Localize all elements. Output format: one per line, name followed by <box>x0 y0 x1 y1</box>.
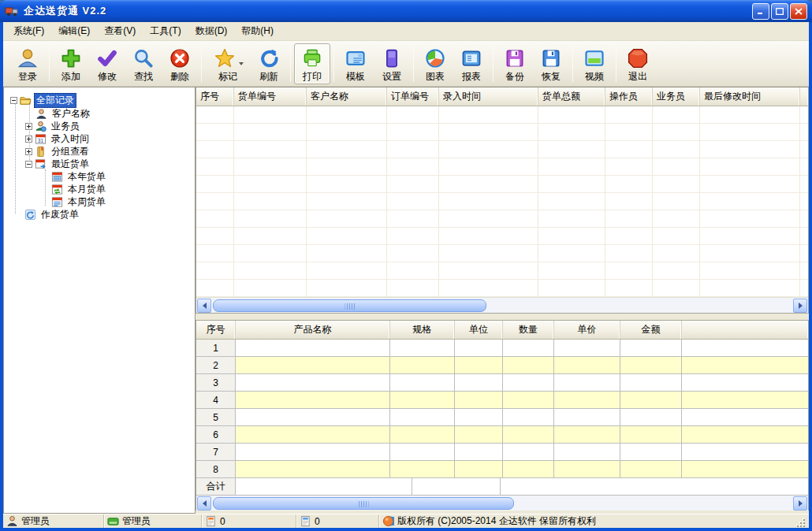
menu-bar: 系统(F) 编辑(E) 查看(V) 工具(T) 数据(D) 帮助(H) <box>3 22 809 41</box>
items-horizontal-scrollbar[interactable] <box>196 496 808 511</box>
toolbar-separator <box>49 46 50 82</box>
status-user-text: 管理员 <box>21 514 50 528</box>
items-col-qty[interactable]: 数量 <box>503 321 554 339</box>
backup-button[interactable]: 备份 <box>497 43 533 84</box>
tree-expand-icon[interactable] <box>25 136 32 143</box>
total-quantity-cell <box>412 478 501 496</box>
add-button[interactable]: 添加 <box>53 43 89 84</box>
template-button[interactable]: 模板 <box>337 43 374 84</box>
orders-col-filler <box>800 87 808 106</box>
item-cell <box>503 426 554 444</box>
menu-data[interactable]: 数据(D) <box>188 22 235 40</box>
resize-grip[interactable] <box>795 517 806 528</box>
modify-check-icon <box>95 46 119 70</box>
items-col-unit[interactable]: 单位 <box>455 321 503 339</box>
refresh-button[interactable]: 刷新 <box>251 43 287 84</box>
scroll-right-arrow[interactable] <box>793 496 807 511</box>
backup-floppy-icon <box>503 46 527 70</box>
row-number-cell: 3 <box>196 374 236 392</box>
tree-expand-icon[interactable] <box>25 123 32 130</box>
orders-col-modified[interactable]: 最后修改时间 <box>700 87 800 106</box>
orders-grid-column <box>439 106 538 297</box>
orders-col-order-no[interactable]: 货单编号 <box>234 87 307 106</box>
print-button[interactable]: 打印 <box>294 43 330 84</box>
year-orders-icon <box>51 171 63 183</box>
scroll-left-arrow[interactable] <box>197 496 211 511</box>
chart-button[interactable]: 图表 <box>417 43 453 84</box>
row-number-cell: 2 <box>196 357 236 374</box>
mark-dropdown-caret[interactable] <box>239 62 244 65</box>
toolbar-label: 删除 <box>170 72 189 82</box>
modify-button[interactable]: 修改 <box>89 43 125 84</box>
status-count1-section: 0 <box>202 514 296 528</box>
login-icon <box>16 46 39 70</box>
menu-help[interactable]: 帮助(H) <box>234 22 281 40</box>
toolbar-label: 刷新 <box>259 72 278 82</box>
items-row: 2 <box>196 357 808 374</box>
close-button[interactable] <box>790 3 807 20</box>
item-cell <box>554 340 620 357</box>
exit-button[interactable]: 退出 <box>620 43 656 84</box>
settings-button[interactable]: 设置 <box>374 43 410 84</box>
menu-edit[interactable]: 编辑(E) <box>51 22 97 40</box>
scrollbar-grip <box>359 501 369 507</box>
minimize-button[interactable] <box>752 3 769 20</box>
row-number-cell: 5 <box>196 409 236 426</box>
items-col-spec[interactable]: 规格 <box>390 321 455 339</box>
orders-col-salesman[interactable]: 业务员 <box>653 87 700 106</box>
toolbar-label: 备份 <box>505 72 524 82</box>
refresh-icon <box>257 46 281 70</box>
items-row: 5 <box>196 409 808 426</box>
content-area: 序号 货单编号 客户名称 订单编号 录入时间 货单总额 操作员 业务员 最后修改… <box>196 87 809 514</box>
items-col-product[interactable]: 产品名称 <box>236 321 390 339</box>
tree-collapse-icon[interactable] <box>10 97 17 104</box>
tree-expand-icon[interactable] <box>25 148 32 155</box>
orders-horizontal-scrollbar[interactable] <box>196 297 808 313</box>
toolbar-label: 打印 <box>303 72 322 82</box>
items-col-seq[interactable]: 序号 <box>196 321 236 339</box>
scrollbar-thumb[interactable] <box>213 299 486 312</box>
item-cell <box>390 461 455 478</box>
item-cell <box>682 409 808 426</box>
mark-star-icon <box>213 46 237 70</box>
orders-col-entry-time[interactable]: 录入时间 <box>439 87 538 106</box>
scrollbar-thumb[interactable] <box>213 497 514 510</box>
tree-collapse-icon[interactable] <box>25 161 32 168</box>
settings-icon <box>380 46 404 70</box>
item-cell <box>620 357 682 374</box>
maximize-button[interactable] <box>771 3 788 20</box>
orders-table-header: 序号 货单编号 客户名称 订单编号 录入时间 货单总额 操作员 业务员 最后修改… <box>196 87 808 106</box>
restore-button[interactable]: 恢复 <box>533 43 569 84</box>
orders-col-seq[interactable]: 序号 <box>196 87 234 106</box>
tree-item-void-orders[interactable]: 作废货单 <box>24 208 81 221</box>
items-row: 3 <box>196 374 808 392</box>
mark-button[interactable]: 标记 <box>205 43 251 84</box>
tree-item-all-records[interactable]: 全部记录 <box>10 94 76 106</box>
items-col-amount[interactable]: 金额 <box>620 321 682 339</box>
orders-table-body[interactable] <box>196 106 808 297</box>
login-button[interactable]: 登录 <box>9 43 46 84</box>
title-bar[interactable]: 企达送货通 V2.2 <box>0 0 812 22</box>
orders-col-total[interactable]: 货单总额 <box>538 87 605 106</box>
menu-view[interactable]: 查看(V) <box>97 22 143 40</box>
menu-system[interactable]: 系统(F) <box>6 22 51 40</box>
item-cell <box>682 357 808 374</box>
orders-col-customer[interactable]: 客户名称 <box>307 87 387 106</box>
orders-list-panel: 序号 货单编号 客户名称 订单编号 录入时间 货单总额 操作员 业务员 最后修改… <box>196 87 809 314</box>
menu-tools[interactable]: 工具(T) <box>143 22 188 40</box>
salesman-icon <box>35 121 47 132</box>
panel-splitter[interactable] <box>196 314 809 320</box>
window-title: 企达送货通 V2.2 <box>24 4 751 18</box>
item-cell <box>620 409 682 426</box>
delete-button[interactable]: 删除 <box>162 43 198 84</box>
items-col-price[interactable]: 单价 <box>554 321 620 339</box>
scroll-left-arrow[interactable] <box>197 299 211 313</box>
item-cell <box>682 444 808 461</box>
status-copyright-section: 版权所有 (C)2005-2014 企达软件 保留所有权利 <box>379 514 809 528</box>
orders-col-po-no[interactable]: 订单编号 <box>387 87 439 106</box>
scroll-right-arrow[interactable] <box>793 299 807 313</box>
video-button[interactable]: 视频 <box>576 43 613 84</box>
find-button[interactable]: 查找 <box>125 43 162 84</box>
report-button[interactable]: 报表 <box>453 43 490 84</box>
orders-col-operator[interactable]: 操作员 <box>605 87 653 106</box>
